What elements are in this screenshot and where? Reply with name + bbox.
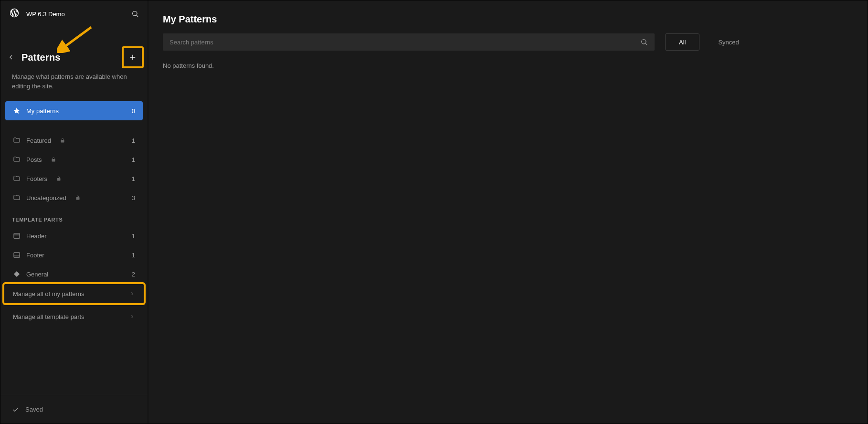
wordpress-logo-icon	[9, 8, 20, 20]
nav-item-count: 1	[132, 252, 135, 259]
sidebar-header: WP 6.3 Demo	[0, 0, 148, 27]
search-input[interactable]	[169, 39, 640, 46]
manage-links: Manage all of my patterns Manage all tem…	[2, 282, 146, 328]
svg-line-1	[137, 15, 138, 17]
nav-item-count: 0	[132, 107, 135, 115]
site-brand[interactable]: WP 6.3 Demo	[9, 8, 65, 20]
manage-templates-label: Manage all template parts	[13, 313, 85, 320]
nav-item-count: 1	[132, 156, 135, 163]
folder-icon	[13, 175, 21, 182]
search-icon	[640, 38, 648, 46]
nav-item-label: Header	[26, 233, 47, 240]
sidebar-footer: Saved	[0, 395, 148, 424]
svg-point-10	[642, 40, 646, 44]
save-status: Saved	[25, 406, 43, 413]
global-search-button[interactable]	[131, 10, 139, 18]
section-description: Manage what patterns are available when …	[0, 69, 148, 91]
nav-list-primary: My patterns 0	[0, 101, 148, 120]
panel-bottom-icon	[13, 251, 21, 259]
nav-item-footer[interactable]: Footer 1	[5, 245, 143, 265]
chevron-right-icon	[129, 291, 135, 297]
nav-item-label: Footer	[26, 252, 44, 259]
nav-item-general[interactable]: General 2	[5, 265, 143, 284]
nav-item-footers[interactable]: Footers 1	[5, 169, 143, 188]
nav-item-posts[interactable]: Posts 1	[5, 150, 143, 169]
site-title: WP 6.3 Demo	[26, 11, 65, 18]
filter-tab-all[interactable]: All	[665, 33, 699, 51]
nav-list-template-parts: Header 1 Footer 1 General 2	[0, 226, 148, 284]
toolbar: All Synced	[148, 33, 868, 51]
pattern-search[interactable]	[163, 33, 655, 51]
panel-top-icon	[13, 232, 21, 240]
nav-item-count: 1	[132, 137, 135, 144]
lock-icon	[60, 138, 65, 143]
nav-item-count: 2	[132, 271, 135, 278]
svg-point-0	[133, 11, 137, 16]
nav-item-uncategorized[interactable]: Uncategorized 3	[5, 188, 143, 207]
manage-template-parts-link[interactable]: Manage all template parts	[2, 305, 146, 328]
nav-item-label: Footers	[26, 175, 47, 182]
nav-list-categories: Featured 1 Posts 1 Footers 1	[0, 131, 148, 207]
lock-icon	[56, 176, 62, 181]
filter-tab-synced[interactable]: Synced	[704, 33, 752, 51]
nav-item-count: 3	[132, 194, 135, 201]
section-header: Patterns	[0, 45, 148, 69]
add-pattern-button[interactable]	[122, 46, 144, 68]
nav-item-my-patterns[interactable]: My patterns 0	[5, 101, 143, 120]
template-parts-heading: TEMPLATE PARTS	[0, 207, 148, 226]
folder-icon	[13, 156, 21, 163]
manage-patterns-link[interactable]: Manage all of my patterns	[2, 282, 146, 305]
filter-tabs: All Synced	[660, 33, 753, 51]
check-icon	[12, 406, 20, 413]
diamond-icon	[13, 270, 21, 278]
svg-rect-4	[14, 233, 20, 239]
nav-item-featured[interactable]: Featured 1	[5, 131, 143, 150]
page-title: My Patterns	[148, 0, 868, 33]
nav-item-count: 1	[132, 175, 135, 182]
nav-item-count: 1	[132, 233, 135, 240]
nav-item-label: My patterns	[26, 107, 59, 115]
svg-rect-8	[14, 271, 20, 277]
nav-item-label: Posts	[26, 156, 42, 163]
section-title: Patterns	[21, 52, 61, 63]
nav-item-label: Uncategorized	[26, 194, 66, 201]
app-root: WP 6.3 Demo Patterns Manage what pattern…	[0, 0, 868, 424]
sidebar: WP 6.3 Demo Patterns Manage what pattern…	[0, 0, 148, 424]
chevron-right-icon	[129, 314, 135, 319]
filter-tab-label: All	[679, 39, 686, 46]
folder-icon	[13, 194, 21, 201]
lock-icon	[75, 195, 81, 201]
nav-item-label: General	[26, 271, 48, 278]
main-content: My Patterns All Synced No patterns found…	[148, 0, 868, 424]
manage-patterns-label: Manage all of my patterns	[13, 290, 85, 297]
nav-item-header[interactable]: Header 1	[5, 226, 143, 245]
folder-icon	[13, 137, 21, 144]
back-button[interactable]	[7, 53, 15, 61]
svg-rect-6	[14, 253, 20, 258]
star-icon	[13, 107, 21, 115]
lock-icon	[51, 157, 56, 162]
filter-tab-label: Synced	[718, 39, 739, 46]
svg-line-11	[646, 43, 647, 45]
nav-item-label: Featured	[26, 137, 51, 144]
empty-state-message: No patterns found.	[148, 51, 868, 81]
